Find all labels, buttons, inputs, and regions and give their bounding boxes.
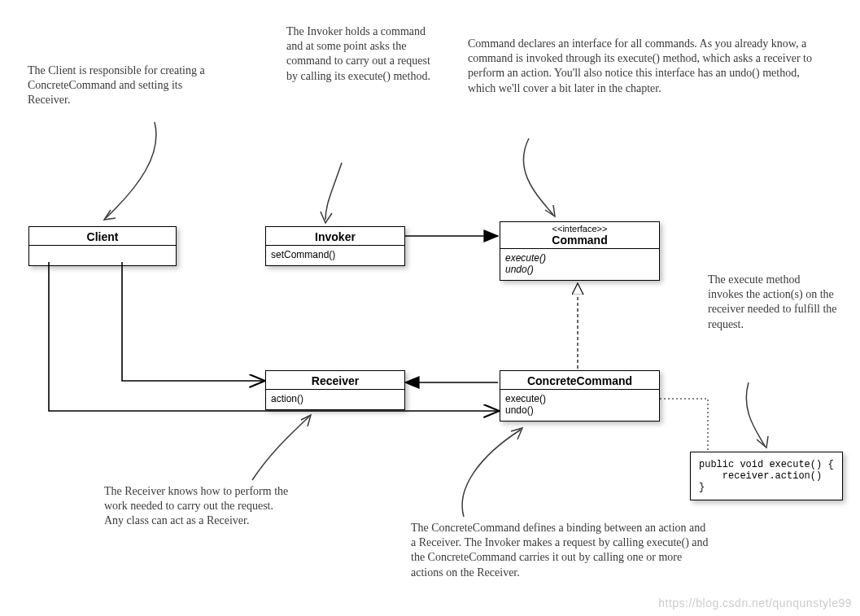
- annotation-execute: The execute method invokes the action(s)…: [708, 273, 838, 332]
- invoker-setcommand: setCommand(): [271, 249, 399, 260]
- class-command-title: Command: [500, 230, 659, 249]
- annotation-invoker: The Invoker holds a command and at some …: [286, 24, 441, 84]
- class-command-members: execute() undo(): [500, 249, 659, 280]
- class-concrete-members: execute() undo(): [500, 390, 659, 421]
- class-receiver: Receiver action(): [265, 370, 405, 410]
- class-client: Client: [28, 226, 177, 266]
- command-undo: undo(): [505, 264, 654, 275]
- annotation-client: The Client is responsible for creating a…: [28, 63, 215, 108]
- class-invoker-title: Invoker: [266, 227, 404, 246]
- class-concretecommand: ConcreteCommand execute() undo(): [500, 370, 660, 422]
- command-execute: execute(): [505, 252, 654, 264]
- receiver-action: action(): [271, 393, 399, 404]
- code-execute-snippet: public void execute() { receiver.action(…: [690, 452, 843, 500]
- watermark: https://blog.csdn.net/qunqunstyle99: [658, 596, 852, 609]
- annotation-receiver: The Receiver knows how to perform the wo…: [104, 484, 291, 529]
- class-receiver-members: action(): [266, 390, 404, 409]
- class-invoker-members: setCommand(): [266, 246, 404, 265]
- concrete-execute: execute(): [505, 393, 654, 404]
- annotation-concrete: The ConcreteCommand defines a binding be…: [411, 521, 712, 580]
- class-invoker: Invoker setCommand(): [265, 226, 405, 266]
- class-concrete-title: ConcreteCommand: [500, 371, 659, 390]
- class-client-title: Client: [29, 227, 176, 246]
- annotation-command: Command declares an interface for all co…: [468, 37, 826, 96]
- concrete-undo: undo(): [505, 404, 654, 416]
- class-receiver-title: Receiver: [266, 371, 404, 390]
- class-client-empty: [29, 246, 176, 265]
- class-command: <<interface>> Command execute() undo(): [500, 221, 660, 281]
